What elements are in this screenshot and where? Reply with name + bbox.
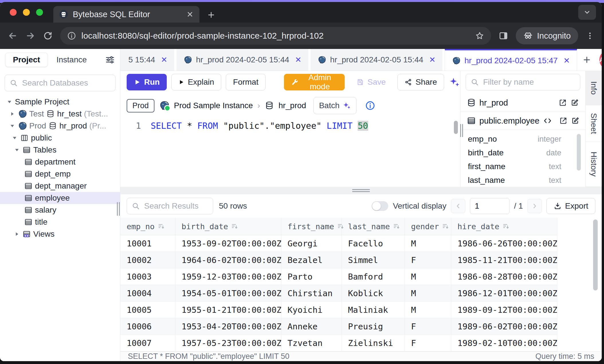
cell[interactable]: Koblick [342, 285, 405, 302]
cell[interactable]: Tzvetan [281, 335, 342, 351]
tab-instance[interactable]: Instance [50, 53, 93, 67]
cell[interactable]: 1989-02-10T00:00:00Z [451, 335, 557, 351]
export-button[interactable]: Export [546, 198, 595, 214]
schema-filter[interactable] [466, 74, 580, 90]
tree-item-project[interactable]: Sample Project [0, 96, 120, 108]
results-search-input[interactable] [144, 201, 208, 211]
explain-button[interactable]: Explain [171, 74, 221, 90]
cell[interactable]: 10002 [120, 252, 175, 268]
tree-item-hr-prod[interactable]: Prod hr_prod (Pr... [0, 120, 120, 132]
run-button[interactable]: Run [127, 74, 167, 90]
table-row[interactable]: 100011953-09-02T00:00:00ZGeorgiFacelloM1… [120, 235, 557, 252]
cell[interactable]: M [405, 302, 451, 318]
close-tab-icon[interactable] [186, 11, 194, 18]
panel-scrollbar[interactable] [577, 134, 581, 171]
database-search-input[interactable] [21, 78, 111, 88]
results-scrollbar[interactable] [593, 219, 598, 290]
cell[interactable]: Chirstian [281, 285, 342, 302]
cell[interactable]: 1954-05-01T00:00:00Z [175, 285, 281, 302]
site-info-icon[interactable] [67, 31, 76, 40]
cell[interactable]: 1986-08-28T00:00:00Z [451, 268, 557, 285]
tree-item-views-group[interactable]: Views [0, 228, 120, 240]
caret-right-icon[interactable] [9, 111, 15, 116]
external-link-icon[interactable] [558, 98, 567, 107]
sort-icon[interactable] [231, 223, 238, 230]
cell[interactable]: 10003 [120, 268, 175, 285]
cell[interactable]: Facello [342, 235, 405, 252]
cell[interactable]: 10005 [120, 302, 175, 318]
tab-project[interactable]: Project [5, 53, 48, 67]
cell[interactable]: 1957-05-23T00:00:00Z [175, 335, 281, 351]
database-row[interactable]: hr_prod [460, 94, 585, 112]
cell[interactable]: 1959-12-03T00:00:00Z [175, 268, 281, 285]
tree-item-table-dept-manager[interactable]: dept_manager [0, 180, 120, 192]
table-row[interactable]: 100021964-06-02T00:00:00ZBezalelSimmelF1… [120, 252, 557, 268]
minimize-window-button[interactable] [23, 9, 30, 16]
caret-down-icon[interactable] [9, 123, 15, 128]
editor-tab-active[interactable]: hr_prod 2024-02-05 15:47 ✕ [445, 49, 577, 71]
cell[interactable]: 1953-04-20T00:00:00Z [175, 318, 281, 335]
cell[interactable]: Bamford [342, 268, 405, 285]
tree-item-table-employee[interactable]: employee [0, 192, 120, 204]
cell[interactable]: M [405, 285, 451, 302]
cell[interactable]: Preusig [342, 318, 405, 335]
tree-item-schema-public[interactable]: public [0, 132, 120, 144]
tab-search-button[interactable] [578, 5, 596, 20]
close-window-button[interactable] [10, 9, 17, 16]
cell[interactable]: 1985-11-21T00:00:00Z [451, 252, 557, 268]
sort-icon[interactable] [393, 223, 400, 230]
column-header[interactable]: birth_date [175, 218, 281, 235]
cell[interactable]: 10006 [120, 318, 175, 335]
table-row[interactable]: 100061953-04-20T00:00:00ZAnnekePreusigF1… [120, 318, 557, 335]
close-tab-icon[interactable]: ✕ [295, 55, 301, 64]
save-button[interactable]: Save [349, 74, 393, 90]
column-header[interactable]: emp_no [120, 218, 175, 235]
cell[interactable]: F [405, 252, 451, 268]
vertical-display-toggle[interactable] [372, 201, 388, 211]
back-button[interactable] [7, 31, 18, 41]
edit-icon[interactable] [570, 98, 579, 107]
sort-icon[interactable] [502, 223, 510, 230]
cell[interactable]: 1986-06-26T00:00:00Z [451, 235, 557, 252]
browser-tab[interactable]: Bytebase SQL Editor [53, 6, 199, 23]
column-item[interactable]: first_name text [460, 160, 585, 173]
database-search[interactable] [5, 75, 115, 91]
table-row[interactable]: 100051955-01-21T00:00:00ZKyoichiMaliniak… [120, 302, 557, 318]
sidebar-resize-handle[interactable] [117, 202, 120, 216]
horizontal-splitter[interactable] [120, 187, 602, 194]
user-avatar[interactable]: AD [599, 52, 602, 67]
editor-tab-3[interactable]: hr_prod 2024-02-05 15:44 ✕ [311, 49, 442, 71]
cell[interactable]: Zielinski [342, 335, 405, 351]
caret-down-icon[interactable] [6, 99, 13, 104]
table-row[interactable]: 100071957-05-23T00:00:00ZTzvetanZielinsk… [120, 335, 557, 351]
column-header[interactable]: first_name [281, 218, 342, 235]
column-header[interactable]: hire_date [451, 218, 557, 235]
share-button[interactable]: Share [397, 74, 444, 90]
rail-tab-sheet[interactable]: Sheet [586, 105, 602, 142]
editor-scrollbar[interactable] [454, 121, 458, 134]
cell[interactable]: Parto [281, 268, 342, 285]
external-link-icon[interactable] [559, 116, 568, 125]
cell[interactable]: 1989-06-02T00:00:00Z [451, 318, 557, 335]
cell[interactable]: Anneke [281, 318, 342, 335]
tree-item-table-salary[interactable]: salary [0, 204, 120, 216]
sort-icon[interactable] [337, 223, 344, 230]
column-header[interactable]: gender [405, 218, 451, 235]
sort-icon[interactable] [158, 223, 165, 230]
rail-tab-history[interactable]: History [586, 142, 602, 187]
cell[interactable]: F [405, 318, 451, 335]
page-number-input[interactable] [470, 198, 509, 214]
cell[interactable]: M [405, 268, 451, 285]
instance-name[interactable]: Prod Sample Instance [174, 101, 253, 110]
prev-page-button[interactable] [451, 199, 465, 213]
cell[interactable]: 1955-01-21T00:00:00Z [175, 302, 281, 318]
cell[interactable]: Bezalel [281, 252, 342, 268]
ai-sparkle-icon[interactable] [449, 76, 460, 88]
cell[interactable]: 10004 [120, 285, 175, 302]
editor-tab-2[interactable]: hr_prod 2024-02-05 15:44 ✕ [177, 49, 308, 71]
panel-resize-handle[interactable] [460, 124, 463, 137]
cell[interactable]: 1953-09-02T00:00:00Z [175, 235, 281, 252]
editor-tab-1[interactable]: 5 15:44 ✕ [120, 49, 174, 71]
cell[interactable]: 10001 [120, 235, 175, 252]
schema-filter-input[interactable] [483, 77, 575, 87]
